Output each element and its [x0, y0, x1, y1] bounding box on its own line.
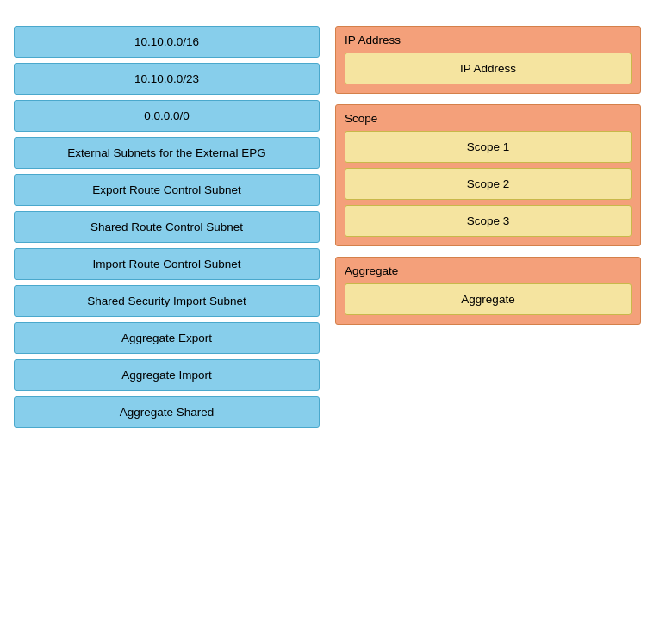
- right-section-title-1: Scope: [345, 112, 632, 125]
- left-item-8[interactable]: Aggregate Export: [14, 322, 320, 354]
- left-item-7[interactable]: Shared Security Import Subnet: [14, 285, 320, 317]
- right-slot-2-0[interactable]: Aggregate: [345, 283, 632, 315]
- left-item-9[interactable]: Aggregate Import: [14, 359, 320, 391]
- right-slot-1-2[interactable]: Scope 3: [345, 205, 632, 237]
- left-item-6[interactable]: Import Route Control Subnet: [14, 248, 320, 280]
- right-section-0: IP AddressIP Address: [335, 26, 641, 94]
- left-item-5[interactable]: Shared Route Control Subnet: [14, 211, 320, 243]
- right-slot-0-0[interactable]: IP Address: [345, 53, 632, 84]
- right-section-title-0: IP Address: [345, 34, 632, 47]
- right-slot-1-0[interactable]: Scope 1: [345, 131, 632, 163]
- right-slot-1-1[interactable]: Scope 2: [345, 168, 632, 200]
- right-section-title-2: Aggregate: [345, 264, 632, 277]
- left-item-1[interactable]: 10.10.0.0/23: [14, 63, 320, 95]
- right-section-2: AggregateAggregate: [335, 257, 641, 325]
- left-item-3[interactable]: External Subnets for the External EPG: [14, 137, 320, 169]
- left-item-0[interactable]: 10.10.0.0/16: [14, 26, 320, 58]
- left-item-4[interactable]: Export Route Control Subnet: [14, 174, 320, 206]
- right-section-1: ScopeScope 1Scope 2Scope 3: [335, 104, 641, 246]
- left-item-10[interactable]: Aggregate Shared: [14, 396, 320, 428]
- right-column: IP AddressIP AddressScopeScope 1Scope 2S…: [335, 26, 641, 325]
- left-column: 10.10.0.0/1610.10.0.0/230.0.0.0/0Externa…: [14, 26, 320, 428]
- left-item-2[interactable]: 0.0.0.0/0: [14, 100, 320, 132]
